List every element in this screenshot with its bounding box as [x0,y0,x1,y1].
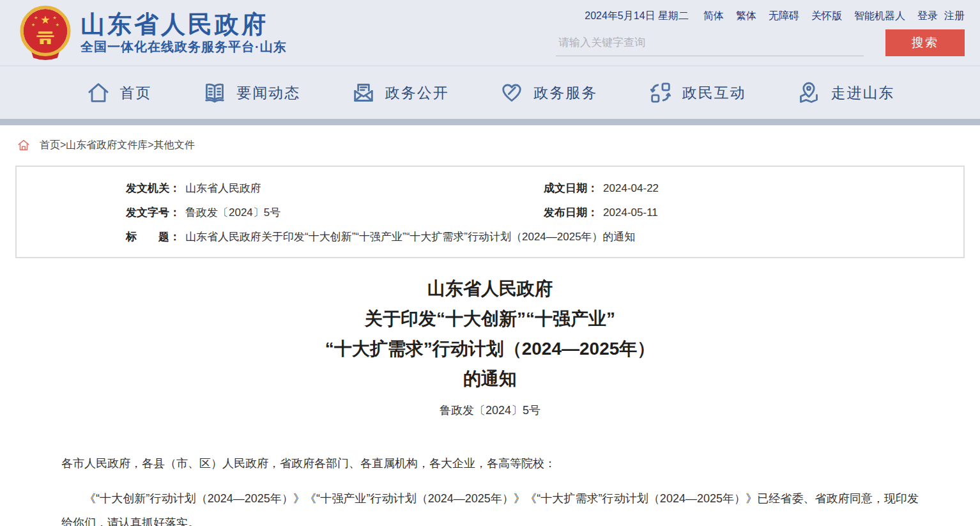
meta-issuer-row: 发文机关： 山东省人民政府 [17,176,537,201]
map-pin-icon [796,80,822,105]
breadcrumb: 首页>山东省政府文件库>其他文件 [0,125,980,152]
breadcrumb-path: 首页>山东省政府文件库>其他文件 [40,139,195,152]
site-subtitle: 全国一体化在线政务服务平台·山东 [80,40,287,53]
meta-date-written-value: 2024-04-22 [603,176,659,201]
document-meta-grid: 发文机关： 山东省人民政府 成文日期： 2024-04-22 发文字号： 鲁政发… [17,176,963,249]
meta-doc-no-row: 发文字号： 鲁政发〔2024〕5号 [17,201,537,225]
link-traditional[interactable]: 繁体 [736,10,756,23]
home-icon [86,80,111,105]
svg-text:★: ★ [53,15,57,20]
document-body: 各市人民政府，各县（市、区）人民政府，省政府各部门、各直属机构，各大企业，各高等… [61,451,919,526]
document-number: 鲁政发〔2024〕5号 [0,403,980,418]
link-simplified[interactable]: 简体 [703,10,724,23]
breadcrumb-separator: > [148,139,153,150]
meta-date-written-row: 成文日期： 2024-04-22 [537,176,963,201]
meta-title-label: 标 题： [126,225,180,249]
document-title: 山东省人民政府 关于印发“十大创新”“十强产业” “十大扩需求”行动计划（202… [0,274,980,394]
nav-item-services[interactable]: 政务服务 [499,80,597,105]
svg-text:★: ★ [34,15,38,20]
nav-item-label: 政务服务 [533,83,597,103]
site-header: ★ ★ ★ ★ ★ 山东省人民政府 全国一体化在线政务服务平台·山东 2024年… [0,0,980,66]
brand-text: 山东省人民政府 全国一体化在线政务服务平台·山东 [80,12,287,53]
nav-item-label: 首页 [120,83,152,103]
site-logo[interactable]: ★ ★ ★ ★ ★ 山东省人民政府 全国一体化在线政务服务平台·山东 [18,5,287,60]
meta-date-published-row: 发布日期： 2024-05-11 [537,201,963,225]
link-register[interactable]: 注册 [944,10,965,23]
nav-item-news[interactable]: 要闻动态 [202,80,300,105]
nav-item-interaction[interactable]: 政民互动 [648,80,746,105]
document-meta-box: 发文机关： 山东省人民政府 成文日期： 2024-04-22 发文字号： 鲁政发… [15,166,965,258]
meta-issuer-label: 发文机关： [126,176,180,201]
page: ★ ★ ★ ★ ★ 山东省人民政府 全国一体化在线政务服务平台·山东 2024年… [0,0,980,526]
svg-text:★: ★ [56,22,59,27]
site-title: 山东省人民政府 [80,12,287,36]
header-right: 2024年5月14日 星期二 简体 繁体 无障碍 关怀版 智能机器人 登录 注册… [556,10,965,56]
meta-doc-no-value: 鲁政发〔2024〕5号 [185,201,280,225]
document-paragraph: 《“十大创新”行动计划（2024—2025年）》《“十强产业”行动计划（2024… [61,486,919,526]
meta-date-written-label: 成文日期： [544,176,598,201]
meta-title-value: 山东省人民政府关于印发“十大创新”“十强产业”“十大扩需求”行动计划（2024—… [185,225,636,249]
service-icon [499,80,524,105]
document-title-line: 的通知 [0,364,980,394]
svg-text:★: ★ [31,22,35,27]
current-date: 2024年5月14日 星期二 [585,10,689,23]
nav-item-label: 政民互动 [682,83,746,103]
meta-title-row: 标 题： 山东省人民政府关于印发“十大创新”“十强产业”“十大扩需求”行动计划（… [17,225,963,249]
search-bar: 搜索 [556,29,965,56]
search-input[interactable] [556,31,864,56]
breadcrumb-home-icon [17,138,31,152]
breadcrumb-link-home[interactable]: 首页 [40,139,60,150]
interaction-icon [648,80,673,105]
nav-divider-strip [0,119,980,125]
nav-item-disclosure[interactable]: 政务公开 [351,80,449,105]
breadcrumb-separator: > [60,139,66,150]
disclosure-icon [351,80,376,105]
national-emblem-icon: ★ ★ ★ ★ ★ [18,5,73,60]
document-title-line: 山东省人民政府 [0,274,980,304]
breadcrumb-link-library[interactable]: 山东省政府文件库 [66,139,148,150]
nav-item-home[interactable]: 首页 [86,80,152,105]
meta-issuer-value: 山东省人民政府 [185,176,261,201]
link-smart-robot[interactable]: 智能机器人 [854,10,905,23]
document-title-line: 关于印发“十大创新”“十强产业” [0,304,980,334]
document-title-line: “十大扩需求”行动计划（2024—2025年） [0,334,980,364]
breadcrumb-link-other-docs[interactable]: 其他文件 [154,139,195,150]
svg-text:★: ★ [40,13,50,26]
nav-item-about[interactable]: 走进山东 [796,80,894,105]
nav-item-label: 走进山东 [831,83,894,103]
main-content: 首页>山东省政府文件库>其他文件 发文机关： 山东省人民政府 成文日期： 202… [0,125,980,526]
meta-doc-no-label: 发文字号： [126,201,180,225]
search-button[interactable]: 搜索 [885,29,965,56]
nav-item-label: 要闻动态 [236,83,300,103]
meta-date-published-value: 2024-05-11 [603,201,658,225]
main-nav: 首页 要闻动态 [0,66,980,119]
news-icon [202,80,227,105]
link-care-version[interactable]: 关怀版 [811,10,842,23]
document-paragraph: 各市人民政府，各县（市、区）人民政府，省政府各部门、各直属机构，各大企业，各高等… [61,451,919,476]
meta-date-published-label: 发布日期： [544,201,598,225]
nav-item-label: 政务公开 [385,83,449,103]
link-accessibility[interactable]: 无障碍 [769,10,799,23]
top-links: 2024年5月14日 星期二 简体 繁体 无障碍 关怀版 智能机器人 登录 注册 [556,10,965,23]
link-login[interactable]: 登录 [917,10,938,23]
